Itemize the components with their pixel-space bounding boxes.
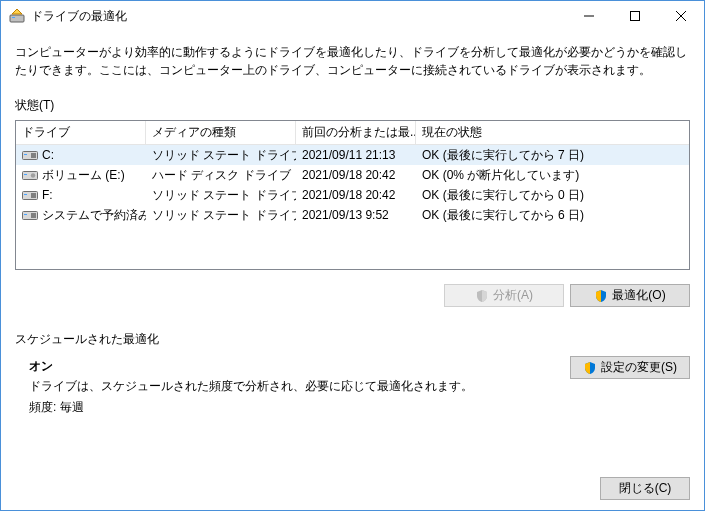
change-settings-label: 設定の変更(S)	[601, 359, 677, 376]
drive-icon	[22, 169, 38, 181]
app-icon	[9, 8, 25, 24]
svg-rect-5	[31, 153, 36, 158]
titlebar: ドライブの最適化	[1, 1, 704, 31]
close-label: 閉じる(C)	[619, 480, 672, 497]
schedule-on: オン	[29, 356, 570, 376]
shield-icon	[475, 289, 489, 303]
cell-drive: システムで予約済み	[16, 207, 146, 224]
svg-rect-14	[31, 213, 36, 218]
cell-media: ソリッド ステート ドライブ	[146, 147, 296, 164]
optimize-button[interactable]: 最適化(O)	[570, 284, 690, 307]
drive-icon	[22, 209, 38, 221]
cell-media: ソリッド ステート ドライブ	[146, 187, 296, 204]
shield-icon	[583, 361, 597, 375]
svg-rect-4	[24, 154, 27, 155]
svg-rect-6	[23, 172, 38, 180]
description-text: コンピューターがより効率的に動作するようにドライブを最適化したり、ドライブを分析…	[15, 43, 690, 79]
drive-name: ボリューム (E:)	[42, 167, 125, 184]
maximize-button[interactable]	[612, 1, 658, 31]
table-row[interactable]: F:ソリッド ステート ドライブ2021/09/18 20:42OK (最後に実…	[16, 185, 689, 205]
list-body: C:ソリッド ステート ドライブ2021/09/11 21:13OK (最後に実…	[16, 145, 689, 225]
status-label: 状態(T)	[15, 97, 690, 114]
schedule-section: スケジュールされた最適化 オン ドライブは、スケジュールされた頻度で分析され、必…	[15, 331, 690, 417]
schedule-label: スケジュールされた最適化	[15, 331, 690, 348]
svg-rect-11	[31, 193, 36, 198]
col-drive[interactable]: ドライブ	[16, 121, 146, 144]
drive-list[interactable]: ドライブ メディアの種類 前回の分析または最... 現在の状態 C:ソリッド ス…	[15, 120, 690, 270]
svg-rect-10	[24, 194, 27, 195]
schedule-desc: ドライブは、スケジュールされた頻度で分析され、必要に応じて最適化されます。	[29, 376, 570, 396]
shield-icon	[594, 289, 608, 303]
table-row[interactable]: C:ソリッド ステート ドライブ2021/09/11 21:13OK (最後に実…	[16, 145, 689, 165]
cell-status: OK (最後に実行してから 7 日)	[416, 147, 689, 164]
analyze-label: 分析(A)	[493, 287, 533, 304]
drive-name: C:	[42, 148, 54, 162]
cell-last: 2021/09/18 20:42	[296, 188, 416, 202]
analyze-button: 分析(A)	[444, 284, 564, 307]
drive-name: F:	[42, 188, 53, 202]
cell-status: OK (最後に実行してから 0 日)	[416, 187, 689, 204]
action-buttons: 分析(A) 最適化(O)	[15, 284, 690, 307]
cell-drive: C:	[16, 148, 146, 162]
svg-rect-2	[631, 12, 640, 21]
cell-status: OK (0% が断片化しています)	[416, 167, 689, 184]
optimize-label: 最適化(O)	[612, 287, 665, 304]
content-area: コンピューターがより効率的に動作するようにドライブを最適化したり、ドライブを分析…	[1, 31, 704, 510]
cell-media: ソリッド ステート ドライブ	[146, 207, 296, 224]
drive-icon	[22, 149, 38, 161]
cell-status: OK (最後に実行してから 6 日)	[416, 207, 689, 224]
col-status[interactable]: 現在の状態	[416, 121, 689, 144]
svg-rect-1	[12, 17, 15, 18]
drive-icon	[22, 189, 38, 201]
col-media[interactable]: メディアの種類	[146, 121, 296, 144]
svg-rect-8	[24, 174, 27, 175]
list-header: ドライブ メディアの種類 前回の分析または最... 現在の状態	[16, 121, 689, 145]
cell-last: 2021/09/13 9:52	[296, 208, 416, 222]
schedule-freq: 頻度: 毎週	[29, 397, 570, 417]
col-last[interactable]: 前回の分析または最...	[296, 121, 416, 144]
cell-last: 2021/09/11 21:13	[296, 148, 416, 162]
close-dialog-button[interactable]: 閉じる(C)	[600, 477, 690, 500]
schedule-text: オン ドライブは、スケジュールされた頻度で分析され、必要に応じて最適化されます。…	[15, 356, 570, 417]
drive-name: システムで予約済み	[42, 207, 146, 224]
svg-rect-0	[10, 15, 24, 22]
window-title: ドライブの最適化	[31, 8, 566, 25]
change-settings-button[interactable]: 設定の変更(S)	[570, 356, 690, 379]
close-button[interactable]	[658, 1, 704, 31]
footer: 閉じる(C)	[15, 467, 690, 500]
cell-drive: ボリューム (E:)	[16, 167, 146, 184]
table-row[interactable]: システムで予約済みソリッド ステート ドライブ2021/09/13 9:52OK…	[16, 205, 689, 225]
minimize-button[interactable]	[566, 1, 612, 31]
table-row[interactable]: ボリューム (E:)ハード ディスク ドライブ2021/09/18 20:42O…	[16, 165, 689, 185]
window-controls	[566, 1, 704, 31]
optimize-drives-window: ドライブの最適化 コンピューターがより効率的に動作するようにドライブを最適化した…	[0, 0, 705, 511]
svg-rect-13	[24, 214, 27, 215]
cell-last: 2021/09/18 20:42	[296, 168, 416, 182]
cell-drive: F:	[16, 188, 146, 202]
svg-point-7	[31, 173, 35, 177]
cell-media: ハード ディスク ドライブ	[146, 167, 296, 184]
